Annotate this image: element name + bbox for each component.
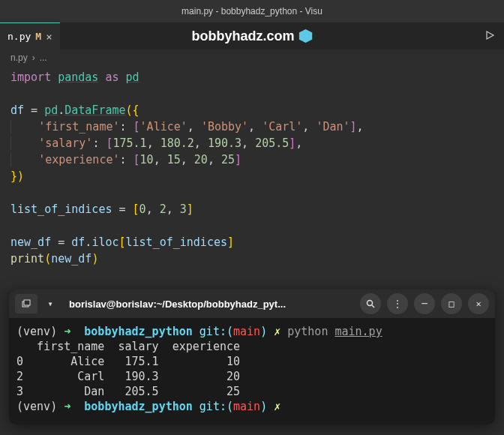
code-line: 'salary': [175.1, 180.2, 190.3, 205.5], (10, 135, 494, 152)
editor-tabbar: n.py M × bobbyhadz.com (0, 22, 504, 50)
terminal-titlebar: ▾ borislav@borislav:~/Desktop/bobbyhadz_… (9, 290, 495, 318)
cube-icon (299, 29, 313, 43)
breadcrumb-file: n.py (10, 52, 28, 63)
close-button[interactable]: ✕ (468, 293, 489, 314)
code-line (10, 218, 494, 234)
search-button[interactable] (360, 293, 381, 314)
terminal-window: ▾ borislav@borislav:~/Desktop/bobbyhadz_… (9, 290, 495, 424)
editor-tab-main[interactable]: n.py M × (0, 22, 60, 50)
watermark-overlay: bobbyhadz.com (191, 28, 312, 44)
svg-point-2 (367, 300, 372, 305)
window-titlebar: main.py - bobbyhadz_python - Visu (0, 0, 504, 22)
terminal-line: (venv) ➜ bobbyhadz_python git:(main) ✗ p… (16, 324, 488, 339)
code-line: print(new_df) (10, 250, 494, 267)
tab-modified-indicator: M (35, 31, 41, 42)
dropdown-icon[interactable]: ▾ (44, 294, 57, 314)
terminal-output: 0 Alice 175.1 10 (16, 354, 488, 369)
new-tab-button[interactable] (15, 294, 38, 314)
minimize-button[interactable]: ─ (414, 293, 435, 314)
window-title: main.py - bobbyhadz_python - Visu (182, 6, 322, 16)
svg-line-3 (372, 305, 374, 308)
close-icon[interactable]: × (46, 31, 52, 43)
terminal-output: first_name salary experience (16, 339, 488, 354)
menu-button[interactable]: ⋮ (387, 293, 408, 314)
terminal-title: borislav@borislav:~/Desktop/bobbyhadz_py… (63, 298, 354, 310)
code-line: 'experience': [10, 15, 20, 25] (10, 152, 494, 168)
code-editor[interactable]: import pandas as pd df = pd.DataFrame({ … (0, 66, 504, 270)
chevron-right-icon: › (32, 52, 35, 63)
code-line: list_of_indices = [0, 2, 3] (10, 201, 494, 218)
code-line: df = pd.DataFrame({ (10, 102, 494, 118)
run-button[interactable] (484, 30, 495, 43)
tab-label: n.py (8, 31, 31, 42)
code-line: import pandas as pd (10, 69, 494, 86)
code-line: new_df = df.iloc[list_of_indices] (10, 234, 494, 250)
breadcrumb-more: ... (40, 52, 47, 63)
svg-rect-1 (24, 300, 30, 305)
breadcrumb[interactable]: n.py › ... (0, 50, 504, 66)
maximize-button[interactable]: □ (441, 293, 462, 314)
watermark-text: bobbyhadz.com (191, 28, 294, 44)
code-line: 'first_name': ['Alice', 'Bobby', 'Carl',… (10, 118, 494, 135)
terminal-body[interactable]: (venv) ➜ bobbyhadz_python git:(main) ✗ p… (9, 318, 495, 424)
terminal-line: (venv) ➜ bobbyhadz_python git:(main) ✗ (16, 399, 488, 414)
code-line (10, 86, 494, 102)
code-line: }) (10, 168, 494, 184)
code-line (10, 184, 494, 201)
terminal-output: 3 Dan 205.5 25 (16, 384, 488, 399)
terminal-output: 2 Carl 190.3 20 (16, 369, 488, 384)
